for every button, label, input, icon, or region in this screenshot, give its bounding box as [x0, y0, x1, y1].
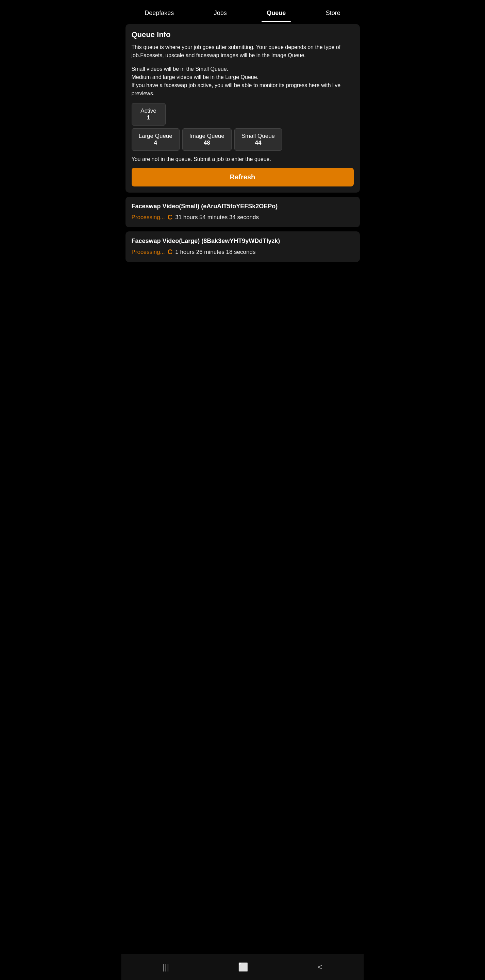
queue-info-description-2: Small videos will be in the Small Queue.… — [132, 65, 354, 98]
nav-deepfakes[interactable]: Deepfakes — [140, 6, 179, 20]
job-card-1: Faceswap Video(Small) (eAruAlT5foYEFSk2O… — [126, 197, 360, 227]
large-queue-label: Large Queue — [139, 133, 172, 140]
job-card-2: Faceswap Video(Large) (8Bak3ewYHT9yWDdTl… — [126, 231, 360, 262]
top-navigation: Deepfakes Jobs Queue Store — [121, 0, 364, 20]
active-stat-label: Active — [139, 108, 159, 115]
queue-info-description-1: This queue is where your job goes after … — [132, 43, 354, 60]
refresh-button[interactable]: Refresh — [132, 168, 354, 186]
job-2-time-text: 1 hours 26 minutes 18 seconds — [175, 249, 255, 256]
job-2-title: Faceswap Video(Large) (8Bak3ewYHT9yWDdTl… — [132, 237, 354, 245]
queue-info-card: Queue Info This queue is where your job … — [126, 24, 360, 192]
stats-row-queues: Large Queue 4 Image Queue 48 Small Queue… — [132, 128, 354, 151]
active-stat-value: 1 — [139, 115, 159, 121]
stats-row-active: Active 1 — [132, 103, 354, 126]
small-queue-stat-button[interactable]: Small Queue 44 — [234, 128, 282, 151]
job-1-time-text: 31 hours 54 minutes 34 seconds — [175, 214, 259, 221]
large-queue-value: 4 — [139, 140, 172, 146]
job-1-processing-text: Processing... — [132, 214, 165, 221]
nav-store[interactable]: Store — [321, 6, 345, 20]
large-queue-stat-button[interactable]: Large Queue 4 — [132, 128, 180, 151]
image-queue-label: Image Queue — [189, 133, 224, 140]
job-2-status-row: Processing... C 1 hours 26 minutes 18 se… — [132, 248, 354, 256]
image-queue-stat-button[interactable]: Image Queue 48 — [182, 128, 232, 151]
job-1-status-row: Processing... C 31 hours 54 minutes 34 s… — [132, 213, 354, 221]
nav-jobs[interactable]: Jobs — [209, 6, 232, 20]
job-2-spinner-icon: C — [168, 248, 172, 256]
job-1-title: Faceswap Video(Small) (eAruAlT5foYEFSk2O… — [132, 203, 354, 210]
small-queue-value: 44 — [242, 140, 275, 146]
job-2-processing-text: Processing... — [132, 249, 165, 256]
job-1-spinner-icon: C — [168, 213, 172, 221]
queue-info-title: Queue Info — [132, 30, 354, 39]
main-content: Queue Info This queue is where your job … — [121, 20, 364, 270]
small-queue-label: Small Queue — [242, 133, 275, 140]
image-queue-value: 48 — [189, 140, 224, 146]
nav-queue[interactable]: Queue — [262, 6, 291, 20]
active-stat-button[interactable]: Active 1 — [132, 103, 165, 126]
queue-status-text: You are not in the queue. Submit a job t… — [132, 156, 354, 162]
